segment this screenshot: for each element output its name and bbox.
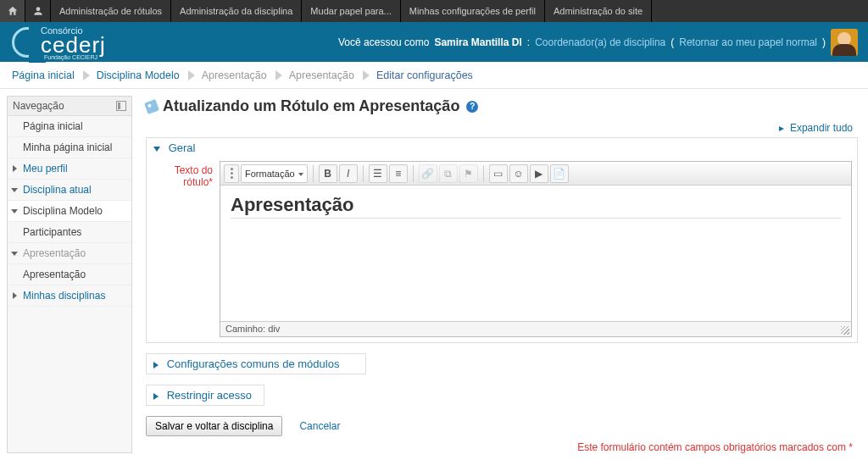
save-button[interactable]: Salvar e voltar à disciplina — [146, 416, 282, 436]
editor-toolbar: Formatação B I ☰ ≡ 🔗 ⧉ ⚑ ▭ ☺ — [220, 162, 851, 186]
logo-subline: Fundação CECIERJ — [44, 54, 97, 60]
editor-path-value: div — [268, 324, 280, 334]
return-close: ) — [822, 36, 826, 48]
fieldset-restrict-header[interactable]: Restringir acesso — [147, 385, 264, 405]
login-role-sep: : — [527, 36, 530, 48]
login-info: Você acessou como Samira Mantilla DI : C… — [338, 29, 858, 56]
field-label-line1: Texto do — [175, 164, 213, 176]
fieldset-geral-title: Geral — [169, 141, 196, 154]
emoji-button[interactable]: ☺ — [509, 164, 528, 183]
chevron-down-icon — [153, 147, 160, 152]
required-star: * — [209, 176, 213, 188]
anchor-button[interactable]: ⚑ — [459, 164, 478, 183]
crumb-home[interactable]: Página inicial — [7, 69, 81, 81]
label-icon — [144, 99, 159, 114]
toolbar-separator — [413, 165, 414, 182]
bullet-list-button[interactable]: ☰ — [369, 164, 387, 183]
navigation-block: Navegação Página inicial Minha página in… — [7, 96, 132, 453]
number-list-button[interactable]: ≡ — [389, 164, 408, 183]
topbar-item-labels-admin[interactable]: Administração de rótulos — [51, 0, 171, 22]
logo[interactable]: Consórcio cederj Fundação CECIERJ — [10, 22, 129, 62]
fieldset-geral: Geral Texto do rótulo* Formatação B I ☰ — [146, 137, 858, 343]
chevron-right-icon — [83, 70, 90, 80]
return-open: ( — [670, 36, 674, 48]
file-button[interactable]: 📄 — [550, 164, 569, 183]
topbar-item-switch-role[interactable]: Mudar papel para... — [302, 0, 400, 22]
unlink-button[interactable]: ⧉ — [439, 164, 458, 183]
resize-handle-icon[interactable] — [841, 326, 849, 335]
login-pre: Você acessou como — [338, 36, 429, 48]
nav-my-courses[interactable]: Minhas disciplinas — [8, 285, 131, 307]
breadcrumb: Página inicial Disciplina Modelo Apresen… — [0, 62, 868, 89]
help-icon[interactable]: ? — [466, 101, 478, 113]
fieldset-common-title: Configurações comuns de módulos — [167, 357, 340, 370]
editor-path: Caminho: div — [220, 321, 851, 336]
fieldset-common: Configurações comuns de módulos — [146, 353, 366, 374]
chevron-right-icon — [153, 393, 159, 400]
nav-course-model[interactable]: Disciplina Modelo — [8, 201, 131, 222]
topbar-item-profile-settings[interactable]: Minhas configurações de perfil — [401, 0, 545, 22]
topbar-item-site-admin[interactable]: Administração do site — [545, 0, 652, 22]
toolbar-toggle-icon[interactable] — [224, 164, 239, 183]
nav-block-header: Navegação — [8, 97, 131, 116]
rich-text-editor: Formatação B I ☰ ≡ 🔗 ⧉ ⚑ ▭ ☺ — [220, 161, 852, 337]
return-role-link[interactable]: Retornar ao meu papel normal — [679, 36, 817, 48]
chevron-right-icon — [188, 70, 195, 80]
field-label-line2: rótulo — [183, 176, 209, 188]
login-user: Samira Mantilla DI — [434, 36, 521, 48]
nav-home[interactable]: Página inicial — [8, 116, 131, 137]
nav-myhome[interactable]: Minha página inicial — [8, 137, 131, 158]
fieldset-restrict-title: Restringir acesso — [167, 389, 252, 402]
user-icon[interactable] — [25, 0, 51, 22]
avatar[interactable] — [831, 29, 858, 56]
home-icon[interactable] — [0, 0, 25, 22]
top-nav: Administração de rótulos Administração d… — [0, 0, 868, 22]
media-button[interactable]: ▶ — [530, 164, 548, 183]
expand-all-link[interactable]: Expandir tudo — [142, 122, 853, 134]
required-note-star: * — [849, 441, 853, 453]
page-title-text: Atualizando um Rótulo em Apresentação — [163, 97, 459, 115]
editor-heading: Apresentação — [231, 194, 354, 215]
chevron-right-icon — [363, 70, 370, 80]
nav-current-course-group[interactable]: Disciplina atual — [8, 180, 131, 201]
crumb-activity: Apresentação — [284, 69, 361, 81]
cancel-button[interactable]: Cancelar — [299, 420, 340, 432]
required-note: Este formulário contém campos obrigatóri… — [142, 441, 853, 453]
topbar-item-course-admin[interactable]: Administração da disciplina — [171, 0, 302, 22]
page-title: Atualizando um Rótulo em Apresentação ? — [146, 97, 861, 115]
dock-icon[interactable] — [116, 101, 126, 111]
image-button[interactable]: ▭ — [489, 164, 508, 183]
format-select[interactable]: Formatação — [241, 164, 308, 183]
nav-myprofile[interactable]: Meu perfil — [8, 158, 131, 180]
required-note-text: Este formulário contém campos obrigatóri… — [577, 441, 849, 453]
toolbar-separator — [483, 165, 484, 182]
fieldset-common-header[interactable]: Configurações comuns de módulos — [147, 354, 365, 374]
form-actions: Salvar e voltar à disciplina Cancelar — [146, 416, 858, 436]
link-button[interactable]: 🔗 — [419, 164, 437, 183]
crumb-section: Apresentação — [197, 69, 274, 81]
editor-body[interactable]: Apresentação — [220, 186, 851, 321]
crumb-current: Editar configurações — [371, 69, 480, 81]
login-role[interactable]: Coordenador(a) de disciplina — [535, 36, 665, 48]
editor-path-prefix: Caminho: — [225, 324, 268, 334]
main-content: Atualizando um Rótulo em Apresentação ? … — [142, 96, 868, 453]
nav-activity-apresentacao[interactable]: Apresentação — [8, 264, 131, 285]
chevron-right-icon — [275, 70, 282, 80]
italic-button[interactable]: I — [339, 164, 358, 183]
nav-block-title: Navegação — [13, 100, 64, 112]
expand-all-text: Expandir tudo — [790, 122, 853, 134]
field-label-text: Texto do rótulo* — [152, 161, 220, 189]
crumb-course[interactable]: Disciplina Modelo — [92, 69, 186, 81]
toolbar-separator — [363, 165, 364, 182]
site-header: Consórcio cederj Fundação CECIERJ Você a… — [0, 22, 868, 62]
nav-participants[interactable]: Participantes — [8, 222, 131, 243]
nav-section-apresentacao[interactable]: Apresentação — [8, 243, 131, 264]
fieldset-geral-header[interactable]: Geral — [147, 138, 857, 158]
chevron-right-icon — [153, 362, 159, 369]
bold-button[interactable]: B — [319, 164, 337, 183]
format-select-label: Formatação — [245, 169, 295, 179]
toolbar-separator — [313, 165, 314, 182]
fieldset-restrict: Restringir acesso — [146, 385, 264, 406]
